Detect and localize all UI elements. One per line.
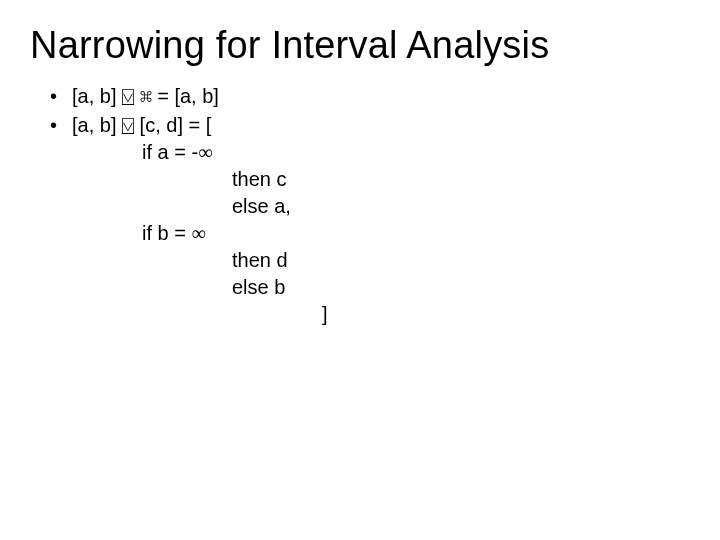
b1-eq: = [a, b]: [157, 85, 219, 107]
line-then-c: then c: [232, 166, 692, 193]
line-close-bracket: ]: [322, 301, 692, 328]
if-a-text: if a = -: [142, 141, 198, 163]
bullet-2: [a, b] ⍌ [c, d] = [ if a = -∞ then c els…: [50, 112, 692, 328]
b2-rhs: [c, d] = [: [134, 114, 211, 136]
if-b-text: if b =: [142, 222, 191, 244]
narrow-op-icon: ⍌: [122, 85, 134, 107]
body-list: [a, b] ⍌ ⌘ = [a, b] [a, b] ⍌ [c, d] = [ …: [50, 83, 692, 328]
infinity-icon: ∞: [191, 222, 205, 244]
line-else-a: else a,: [232, 193, 692, 220]
b2-lhs: [a, b]: [72, 114, 122, 136]
top-icon: ⌘: [134, 85, 157, 107]
infinity-icon: ∞: [198, 141, 212, 163]
line-else-b: else b: [232, 274, 692, 301]
bullet-1: [a, b] ⍌ ⌘ = [a, b]: [50, 83, 692, 110]
b1-lhs: [a, b]: [72, 85, 122, 107]
narrow-op-icon: ⍌: [122, 114, 134, 136]
line-then-d: then d: [232, 247, 692, 274]
slide-title: Narrowing for Interval Analysis: [30, 24, 692, 67]
line-if-b: if b = ∞: [142, 220, 692, 247]
slide: Narrowing for Interval Analysis [a, b] ⍌…: [0, 0, 720, 540]
line-if-a: if a = -∞: [142, 139, 692, 166]
